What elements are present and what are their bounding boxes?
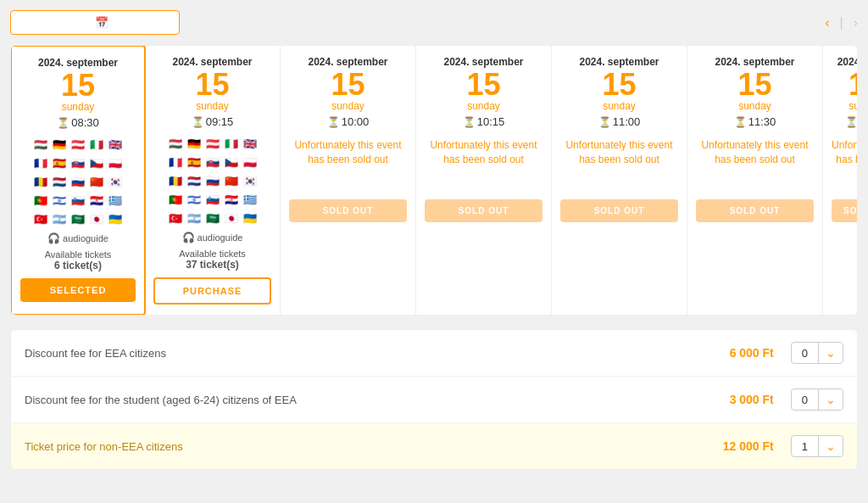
- slot-time: ⏳09:15: [153, 115, 271, 128]
- audioguide-row: 🎧 audioguide: [153, 232, 271, 243]
- flag: 🇨🇳: [88, 173, 105, 190]
- sold-out-message: Unfortunately this event has been sold o…: [289, 138, 407, 189]
- audioguide-row: 🎧 audioguide: [20, 232, 136, 244]
- flag: 🇸🇰: [204, 154, 221, 170]
- flag: 🇨🇿: [88, 154, 105, 171]
- ticket-qty-wrapper: 1 ⌄: [791, 435, 843, 457]
- flag: 🇦🇹: [204, 135, 221, 152]
- slot-time: ⏳11:30: [696, 115, 814, 128]
- slot-card-slot-partial[interactable]: 2024. se 1 sun ⏳1: Unfortunate has been …: [823, 46, 858, 315]
- ticket-qty-chevron[interactable]: ⌄: [818, 343, 843, 363]
- clock-icon: ⏳: [57, 117, 70, 129]
- ticket-row-non-eea: Ticket price for non-EEA citizens 12 000…: [11, 423, 857, 469]
- selected-button[interactable]: SELECTED: [20, 278, 136, 302]
- flag: 🇸🇦: [70, 210, 86, 227]
- flag: 🇷🇺: [70, 173, 86, 190]
- slot-card-slot-1130[interactable]: 2024. september 15 sunday ⏳11:30 Unfortu…: [687, 46, 823, 315]
- ticket-qty-wrapper: 0 ⌄: [791, 342, 843, 364]
- slot-month: 2024. se: [832, 56, 858, 68]
- flag: 🇯🇵: [223, 210, 240, 226]
- ticket-label: Ticket price for non-EEA citizens: [25, 440, 723, 453]
- ticket-row-eea-discount: Discount fee for EEA citizens 6 000 Ft 0…: [11, 330, 857, 377]
- clock-icon: ⏳: [734, 116, 747, 128]
- audioguide-label: audioguide: [198, 232, 243, 243]
- flag: 🇺🇦: [107, 210, 124, 227]
- slot-weekday: sunday: [560, 100, 678, 112]
- ticket-qty-value: 0: [792, 344, 818, 363]
- date-input-wrapper[interactable]: 📅: [10, 10, 180, 35]
- flag: 🇺🇦: [242, 210, 259, 226]
- flag: 🇦🇷: [186, 210, 203, 226]
- flag: 🇨🇳: [223, 172, 240, 189]
- clock-icon: ⏳: [192, 116, 204, 128]
- slot-card-slot-1000[interactable]: 2024. september 15 sunday ⏳10:00 Unfortu…: [281, 46, 416, 315]
- flag: 🇸🇰: [70, 154, 86, 171]
- flag: 🇯🇵: [88, 210, 105, 227]
- flag: 🇭🇷: [88, 192, 105, 209]
- slot-day: 15: [425, 70, 542, 100]
- flag: 🇮🇱: [186, 191, 203, 208]
- slot-card-slot-0915[interactable]: 2024. september 15 sunday ⏳09:15 🇭🇺🇩🇪🇦🇹🇮…: [145, 46, 281, 315]
- ticket-label: Discount fee for the student (aged 6-24)…: [25, 394, 730, 406]
- flag: 🇷🇴: [167, 172, 184, 189]
- tickets-info: Available tickets 6 ticket(s): [20, 249, 136, 271]
- sold-out-button: SOLD OUT: [696, 199, 814, 222]
- ticket-count: 37 ticket(s): [186, 259, 239, 271]
- clock-icon: ⏳: [327, 116, 340, 128]
- slot-day: 15: [696, 70, 814, 100]
- ticket-price: 3 000 Ft: [730, 393, 774, 406]
- flag: 🇹🇷: [167, 210, 184, 226]
- slot-day: 15: [153, 70, 271, 100]
- slot-weekday: sunday: [289, 100, 407, 112]
- slot-day: 15: [560, 70, 678, 100]
- slot-card-slot-0830[interactable]: 2024. september 15 sunday ⏳08:30 🇭🇺🇩🇪🇦🇹🇮…: [10, 45, 146, 316]
- calendar-icon: 📅: [95, 16, 170, 29]
- slot-day: 15: [289, 70, 407, 100]
- ticket-qty-chevron[interactable]: ⌄: [818, 436, 843, 456]
- flag: 🇦🇷: [51, 210, 68, 227]
- slot-month: 2024. september: [20, 57, 136, 69]
- flag: 🇬🇷: [242, 191, 259, 208]
- flag: 🇰🇷: [107, 173, 124, 190]
- flag: 🇵🇱: [107, 154, 124, 171]
- earlier-button[interactable]: ‹: [825, 15, 829, 31]
- flag: 🇳🇱: [51, 173, 68, 190]
- flag: 🇨🇿: [223, 154, 240, 170]
- ticket-qty-wrapper: 0 ⌄: [791, 388, 843, 411]
- sold-out-message: Unfortunately this event has been sold o…: [425, 138, 542, 189]
- slot-time: ⏳08:30: [20, 116, 136, 129]
- clock-icon: ⏳: [845, 116, 858, 128]
- ticket-qty-chevron[interactable]: ⌄: [818, 389, 843, 410]
- flag: 🇭🇺: [32, 136, 49, 153]
- purchase-button[interactable]: PURCHASE: [153, 277, 271, 305]
- tickets-section: Discount fee for EEA citizens 6 000 Ft 0…: [10, 329, 858, 470]
- clock-icon: ⏳: [598, 116, 611, 128]
- flag: 🇬🇧: [107, 136, 124, 153]
- ticket-count: 6 ticket(s): [54, 260, 102, 271]
- slot-time: ⏳10:00: [289, 115, 407, 128]
- flags-grid: 🇭🇺🇩🇪🇦🇹🇮🇹🇬🇧🇫🇷🇪🇸🇸🇰🇨🇿🇵🇱🇷🇴🇳🇱🇷🇺🇨🇳🇰🇷🇵🇹🇮🇱🇸🇮🇭🇷🇬🇷…: [153, 135, 271, 226]
- clock-icon: ⏳: [463, 116, 476, 128]
- slot-month: 2024. september: [560, 56, 678, 68]
- slot-card-slot-1015[interactable]: 2024. september 15 sunday ⏳10:15 Unfortu…: [416, 46, 552, 315]
- ticket-price: 6 000 Ft: [730, 346, 774, 360]
- flag: 🇦🇹: [70, 136, 86, 153]
- flag: 🇵🇹: [167, 191, 184, 208]
- flag: 🇹🇷: [32, 210, 49, 227]
- slot-weekday: sunday: [425, 100, 542, 112]
- slot-weekday: sunday: [153, 100, 271, 112]
- flag: 🇮🇱: [51, 192, 68, 209]
- slots-row: 2024. september 15 sunday ⏳08:30 🇭🇺🇩🇪🇦🇹🇮…: [11, 46, 857, 315]
- flag: 🇵🇱: [242, 154, 259, 170]
- slot-month: 2024. september: [425, 56, 542, 68]
- slots-wrapper: 2024. september 15 sunday ⏳08:30 🇭🇺🇩🇪🇦🇹🇮…: [10, 45, 858, 316]
- slot-weekday: sunday: [696, 100, 814, 112]
- later-button[interactable]: ›: [854, 15, 858, 31]
- tickets-info: Available tickets 37 ticket(s): [153, 249, 271, 271]
- flag: 🇩🇪: [51, 136, 68, 153]
- slot-card-slot-1100[interactable]: 2024. september 15 sunday ⏳11:00 Unfortu…: [552, 46, 687, 315]
- flag: 🇷🇺: [204, 172, 221, 189]
- audioguide-label: audioguide: [63, 233, 108, 243]
- ticket-row-student-eea: Discount fee for the student (aged 6-24)…: [11, 377, 857, 423]
- flag: 🇮🇹: [88, 136, 105, 153]
